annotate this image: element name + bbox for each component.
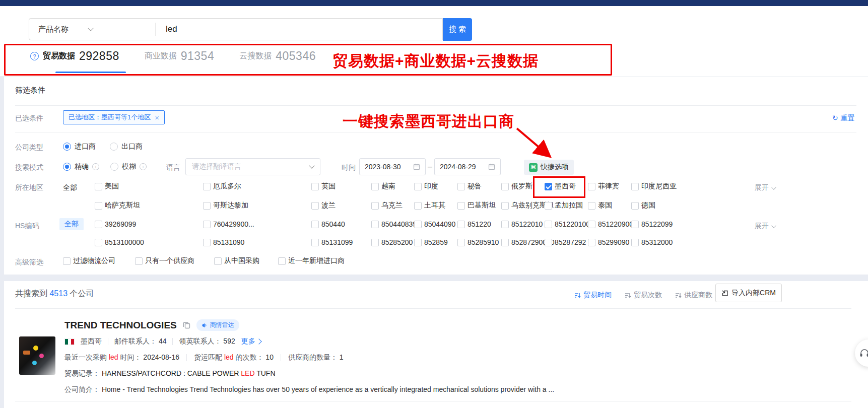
filter-checkbox-852859[interactable]: 852859: [414, 238, 448, 246]
filter-checkbox-英国[interactable]: 英国: [311, 182, 336, 191]
checkbox-icon: [203, 202, 211, 210]
filter-checkbox-孟加拉国[interactable]: 孟加拉国: [545, 201, 583, 210]
end-date-input[interactable]: 2024-08-29: [434, 158, 501, 175]
hs-expand-link[interactable]: 展开: [755, 222, 776, 231]
selected-region-tag[interactable]: 已选地区：墨西哥等1个地区 ×: [63, 110, 165, 124]
filter-checkbox-85131099[interactable]: 85131099: [311, 238, 353, 246]
filter-checkbox-85312000[interactable]: 85312000: [631, 238, 673, 246]
checkbox-icon: [311, 202, 319, 210]
filter-checkbox-泰国[interactable]: 泰国: [588, 201, 612, 210]
reset-button[interactable]: ↻ 重置: [832, 114, 855, 123]
filter-checkbox-85299090[interactable]: 85299090: [588, 238, 629, 246]
search-button[interactable]: 搜 索: [443, 18, 472, 41]
filter-checkbox-85285910[interactable]: 85285910: [457, 238, 499, 246]
top-navy-bar: [0, 0, 868, 6]
start-date-input[interactable]: 2023-08-30: [359, 158, 426, 175]
filter-checkbox-俄罗斯[interactable]: 俄罗斯: [501, 182, 532, 191]
company-type-label: 公司类型: [15, 143, 43, 152]
hs-expand-label: 展开: [755, 222, 769, 231]
sort-icon: [574, 292, 581, 299]
filter-checkbox-波兰[interactable]: 波兰: [311, 201, 336, 210]
language-label: 语言: [166, 163, 180, 172]
checkbox-icon: [95, 221, 102, 228]
sort-label: 贸易时间: [583, 291, 612, 300]
filter-checkbox-哥斯达黎加[interactable]: 哥斯达黎加: [203, 201, 248, 210]
close-icon[interactable]: ×: [155, 113, 159, 122]
tab-count: 405346: [276, 49, 316, 63]
filter-checkbox-乌克兰[interactable]: 乌克兰: [371, 201, 403, 210]
filter-checkbox-85122010[interactable]: 85122010: [501, 220, 543, 228]
language-placeholder: 请选择翻译语言: [192, 162, 241, 171]
filter-checkbox-美国[interactable]: 美国: [95, 182, 119, 191]
copy-icon[interactable]: [183, 321, 190, 329]
sort-icon: [625, 292, 631, 299]
filter-checkbox-印度尼西亚[interactable]: 印度尼西亚: [631, 182, 677, 191]
checkbox-icon: [414, 221, 422, 228]
checkbox-icon: [545, 221, 552, 228]
filter-checkbox-8513100000[interactable]: 8513100000: [95, 238, 144, 246]
checkbox-icon: [311, 183, 319, 190]
business-radar-badge[interactable]: 商情雷达: [196, 319, 239, 331]
filter-checkbox-8512209000[interactable]: 8512209000: [588, 220, 637, 228]
sort-供应商数[interactable]: 供应商数: [675, 291, 712, 300]
company-thumbnail[interactable]: [19, 336, 55, 375]
checkbox-icon: [631, 183, 639, 190]
sort-label: 贸易次数: [634, 291, 662, 300]
radio-option[interactable]: 精确i: [63, 162, 99, 171]
checkbox-icon: [501, 183, 509, 190]
filter-checkbox-8512201000[interactable]: 8512201000: [545, 220, 594, 228]
filter-checkbox-850440[interactable]: 850440: [311, 220, 345, 228]
filter-checkbox-85122099[interactable]: 85122099: [631, 220, 673, 228]
filter-checkbox-哈萨克斯坦[interactable]: 哈萨克斯坦: [95, 201, 140, 210]
checkbox-icon: [63, 257, 71, 265]
radio-checked-icon: [63, 163, 71, 171]
tab-1[interactable]: 商业数据91354: [145, 49, 214, 63]
filter-checkbox-印度[interactable]: 印度: [414, 182, 438, 191]
filter-checkbox-德国[interactable]: 德国: [631, 201, 655, 210]
more-link[interactable]: 更多: [241, 337, 261, 346]
tab-2[interactable]: 云搜数据405346: [239, 49, 316, 63]
filter-checkbox-39269099[interactable]: 39269099: [95, 220, 136, 228]
advanced-filter-checkbox[interactable]: 近一年新增进口商: [278, 256, 345, 265]
company-country: 墨西哥: [81, 337, 102, 346]
filter-checkbox-85285200[interactable]: 85285200: [371, 238, 413, 246]
filter-checkbox-85044090[interactable]: 85044090: [414, 220, 455, 228]
radio-option[interactable]: 进口商: [63, 142, 96, 151]
checkbox-icon: [278, 257, 286, 265]
company-name[interactable]: TREND TECHNOLOGIES: [64, 320, 177, 331]
checkbox-checked-icon: [545, 183, 552, 190]
import-crm-button[interactable]: 导入内部CRM: [715, 284, 782, 302]
filter-checkbox-85287292[interactable]: 85287292: [545, 238, 586, 246]
shortcut-options-label: 快捷选项: [541, 163, 569, 172]
checkbox-icon: [588, 183, 595, 190]
radio-option[interactable]: 出口商: [110, 142, 143, 151]
filter-checkbox-巴基斯坦[interactable]: 巴基斯坦: [457, 201, 496, 210]
region-expand-link[interactable]: 展开: [755, 183, 776, 192]
shortcut-options-button[interactable]: ⌘ 快捷选项: [524, 160, 574, 175]
reset-label: 重置: [841, 114, 855, 123]
filter-checkbox-墨西哥[interactable]: 墨西哥: [545, 182, 576, 191]
import-icon: [721, 290, 728, 297]
filter-checkbox-851220[interactable]: 851220: [457, 220, 491, 228]
search-category-select[interactable]: 产品名称: [29, 25, 155, 34]
filter-checkbox-760429900[interactable]: 760429900...: [203, 220, 254, 228]
checkbox-icon: [457, 221, 465, 228]
advanced-filter-checkbox[interactable]: 从中国采购: [214, 256, 259, 265]
filter-checkbox-秘鲁[interactable]: 秘鲁: [457, 182, 482, 191]
filter-checkbox-越南[interactable]: 越南: [371, 182, 395, 191]
sort-贸易时间[interactable]: 贸易时间: [574, 291, 612, 300]
filter-checkbox-土耳其[interactable]: 土耳其: [414, 201, 445, 210]
filter-checkbox-菲律宾[interactable]: 菲律宾: [588, 182, 619, 191]
checkbox-icon: [371, 183, 379, 190]
filter-checkbox-厄瓜多尔[interactable]: 厄瓜多尔: [203, 182, 241, 191]
checkbox-icon: [371, 239, 379, 246]
sort-贸易次数[interactable]: 贸易次数: [625, 291, 662, 300]
advanced-filter-checkbox[interactable]: 过滤物流公司: [63, 256, 115, 265]
language-select[interactable]: 请选择翻译语言: [185, 158, 320, 175]
advanced-filter-checkbox[interactable]: 只有一个供应商: [135, 256, 194, 265]
annotation-shortcut-note: 一键搜索墨西哥进出口商: [343, 111, 514, 132]
search-input[interactable]: [156, 24, 442, 34]
filter-checkbox-85131090[interactable]: 85131090: [203, 238, 244, 246]
radio-option[interactable]: 模糊i: [110, 162, 147, 171]
tab-0[interactable]: ?贸易数据292858: [30, 49, 119, 63]
